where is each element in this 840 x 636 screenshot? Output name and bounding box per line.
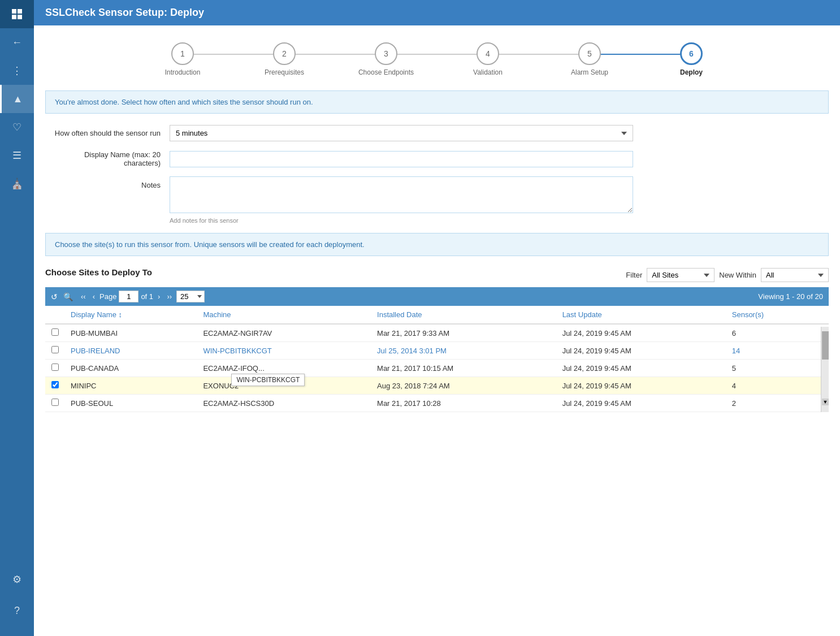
cell-display-name: PUB-IRELAND	[65, 342, 197, 360]
step-6[interactable]: 6 Deploy	[640, 42, 742, 76]
page-label: Page	[99, 292, 116, 301]
row-checkbox-cell[interactable]	[45, 324, 65, 342]
filter-group: Filter All Sites Active Sites Inactive S…	[626, 268, 829, 282]
notes-hint: Add notes for this sensor	[170, 217, 633, 224]
sidebar-item-settings[interactable]: ⚙	[0, 565, 34, 594]
row-checkbox[interactable]	[51, 328, 59, 336]
display-name-input[interactable]	[170, 151, 633, 167]
row-checkbox[interactable]	[51, 399, 59, 406]
new-within-label: New Within	[719, 271, 756, 279]
cell-machine: EC2AMAZ-IFOQ... WIN-PCBITBKKCGT	[197, 360, 371, 377]
first-page-button[interactable]: ‹‹	[79, 291, 88, 302]
row-checkbox-cell[interactable]	[45, 360, 65, 377]
notes-label: Notes	[45, 176, 170, 189]
cell-machine: WIN-PCBITBKKCGT	[197, 342, 371, 360]
refresh-icon[interactable]: ↺	[51, 292, 58, 301]
table-body: PUB-MUMBAI EC2AMAZ-NGIR7AV Mar 21, 2017 …	[45, 324, 829, 412]
next-page-button[interactable]: ›	[155, 291, 162, 302]
step-1-label: Introduction	[165, 68, 201, 76]
sidebar-item-dashboard[interactable]: ⋮	[0, 57, 34, 85]
th-installed-date: Installed Date	[371, 306, 557, 324]
frequency-control: 5 minutes 1 minute 15 minutes 30 minutes…	[170, 125, 633, 141]
new-within-select[interactable]: All 1 Day 7 Days 30 Days	[761, 268, 829, 282]
filter-label: Filter	[626, 271, 642, 279]
cell-last-update: Jul 24, 2019 9:45 AM	[557, 324, 726, 342]
frequency-label: How often should the sensor run	[45, 129, 170, 137]
th-scrollbar	[817, 306, 829, 324]
notes-textarea[interactable]	[170, 176, 633, 213]
row-checkbox[interactable]	[51, 364, 59, 371]
sort-icon[interactable]: ↕	[119, 310, 123, 319]
per-page-select[interactable]: 25 50 100	[176, 291, 205, 302]
sidebar-item-list[interactable]: ☰	[0, 141, 34, 170]
cell-display-name: MINIPC	[65, 377, 197, 395]
cell-sensors: 4	[726, 377, 817, 395]
info-box-2: Choose the site(s) to run this sensor fr…	[45, 233, 829, 256]
pagination: ‹‹ ‹ Page of 1 › ›› 25 50 100	[79, 291, 205, 302]
grid-logo-icon	[12, 9, 22, 19]
cell-display-name: PUB-SEOUL	[65, 395, 197, 412]
last-page-button[interactable]: ››	[164, 291, 174, 302]
row-checkbox-cell[interactable]	[45, 395, 65, 412]
step-2[interactable]: 2 Prerequisites	[233, 42, 335, 76]
cell-sensors: 6	[726, 324, 817, 342]
step-4[interactable]: 4 Validation	[437, 42, 539, 76]
search-icon[interactable]: 🔍	[63, 292, 73, 301]
main-content: SSLCheck Sensor Setup: Deploy 1 Introduc…	[34, 0, 840, 636]
step-4-label: Validation	[473, 68, 503, 76]
scroll-down-arrow[interactable]: ▼	[822, 399, 829, 405]
cell-installed-date: Mar 21, 2017 9:33 AM	[371, 324, 557, 342]
bell-icon: ♡	[12, 121, 21, 133]
page-input[interactable]	[119, 291, 138, 302]
scroll-thumb	[822, 331, 829, 360]
th-last-update: Last Update	[557, 306, 726, 324]
help-icon: ?	[14, 605, 20, 617]
table-row: PUB-CANADA EC2AMAZ-IFOQ... WIN-PCBITBKKC…	[45, 360, 829, 377]
sidebar-item-bank[interactable]: ⛪	[0, 170, 34, 198]
sites-section-title: Choose Sites to Deploy To	[45, 267, 152, 277]
cell-sensors: 2	[726, 395, 817, 412]
table-header-row: Display Name ↕ Machine Installed Date La…	[45, 306, 829, 324]
sidebar-item-alerts[interactable]: ♡	[0, 113, 34, 141]
stepper: 1 Introduction 2 Prerequisites 3 Choose …	[45, 42, 829, 76]
sites-table: Display Name ↕ Machine Installed Date La…	[45, 306, 829, 412]
prev-page-button[interactable]: ‹	[90, 291, 97, 302]
row-checkbox[interactable]	[51, 346, 59, 353]
cell-sensors: 14	[726, 342, 817, 360]
sidebar-item-back[interactable]: ←	[0, 28, 34, 57]
table-row: PUB-IRELAND WIN-PCBITBKKCGT Jul 25, 2014…	[45, 342, 829, 360]
step-3-label: Choose Endpoints	[358, 68, 414, 76]
step-5[interactable]: 5 Alarm Setup	[539, 42, 640, 76]
cell-machine: EC2AMAZ-NGIR7AV	[197, 324, 371, 342]
notes-row: Notes Add notes for this sensor	[45, 176, 829, 224]
scrollbar[interactable]: ▼	[821, 327, 829, 412]
toolbar-left: ↺ 🔍 ‹‹ ‹ Page of 1 › ›› 25 50 100	[51, 291, 205, 302]
sidebar-logo	[0, 0, 34, 28]
cell-last-update: Jul 24, 2019 9:45 AM	[557, 377, 726, 395]
table-wrapper: Display Name ↕ Machine Installed Date La…	[45, 306, 829, 412]
list-icon: ☰	[12, 149, 21, 162]
frequency-select[interactable]: 5 minutes 1 minute 15 minutes 30 minutes…	[170, 125, 633, 141]
step-6-label: Deploy	[680, 68, 703, 76]
step-1[interactable]: 1 Introduction	[132, 42, 233, 76]
sidebar-item-chart[interactable]: ▲	[0, 85, 34, 113]
display-name-control	[170, 151, 633, 167]
page-of-label: of 1	[141, 292, 153, 301]
filter-sites-select[interactable]: All Sites Active Sites Inactive Sites	[647, 268, 715, 282]
th-machine: Machine	[197, 306, 371, 324]
step-1-circle: 1	[171, 42, 194, 65]
info-box-1-text: You're almost done. Select how often and…	[55, 98, 313, 106]
step-3[interactable]: 3 Choose Endpoints	[335, 42, 437, 76]
th-display-name[interactable]: Display Name ↕	[65, 306, 197, 324]
sidebar-item-help[interactable]: ?	[0, 596, 34, 625]
row-checkbox-cell[interactable]	[45, 377, 65, 395]
row-checkbox[interactable]	[51, 381, 59, 388]
machine-tooltip: WIN-PCBITBKKCGT	[231, 374, 305, 386]
dashboard-icon: ⋮	[12, 64, 22, 77]
step-5-label: Alarm Setup	[571, 68, 608, 76]
step-2-circle: 2	[273, 42, 296, 65]
row-checkbox-cell[interactable]	[45, 342, 65, 360]
bank-icon: ⛪	[11, 178, 23, 190]
frequency-row: How often should the sensor run 5 minute…	[45, 125, 829, 141]
sidebar-bottom: ⚙ ?	[0, 565, 34, 625]
